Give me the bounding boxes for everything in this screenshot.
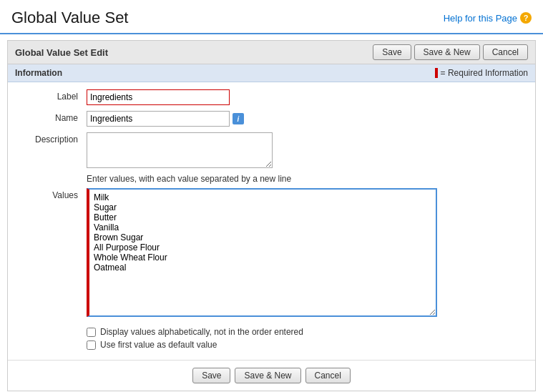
panel-body: Information = Required Information Label…: [8, 64, 535, 391]
main-panel: Global Value Set Edit Save Save & New Ca…: [7, 40, 536, 391]
info-band: Information = Required Information: [8, 64, 535, 82]
label-field-container: [87, 89, 230, 105]
name-field-container: i: [87, 111, 244, 127]
save-new-button-top[interactable]: Save & New: [414, 44, 480, 60]
save-button-top[interactable]: Save: [373, 44, 411, 60]
help-icon: ?: [520, 12, 532, 24]
cancel-button-top[interactable]: Cancel: [483, 44, 528, 60]
name-field-label: Name: [15, 111, 87, 123]
cancel-button-bottom[interactable]: Cancel: [305, 368, 351, 383]
alphabetical-row: Display values alphabetically, not in th…: [87, 327, 528, 337]
info-section-title: Information: [15, 68, 62, 78]
alphabetical-label[interactable]: Display values alphabetically, not in th…: [100, 327, 303, 337]
label-input[interactable]: [87, 89, 230, 105]
values-hint: Enter values, with each value separated …: [8, 174, 535, 184]
page-title: Global Value Set: [11, 9, 128, 27]
label-field-label: Label: [15, 89, 87, 102]
bottom-buttons: Save Save & New Cancel: [8, 360, 535, 391]
panel-title: Global Value Set Edit: [15, 47, 108, 58]
required-info-text: = Required Information: [441, 68, 528, 78]
alphabetical-checkbox[interactable]: [87, 328, 96, 337]
values-row: Values Milk Sugar Butter Vanilla Brown S…: [8, 188, 535, 323]
checkbox-section: Display values alphabetically, not in th…: [8, 323, 535, 357]
first-default-checkbox[interactable]: [87, 340, 96, 350]
required-info: = Required Information: [435, 68, 528, 78]
description-row: Description: [8, 132, 535, 168]
save-button-bottom[interactable]: Save: [192, 368, 230, 383]
name-info-button[interactable]: i: [233, 113, 244, 124]
label-row: Label: [8, 89, 535, 105]
values-textarea[interactable]: Milk Sugar Butter Vanilla Brown Sugar Al…: [87, 188, 437, 317]
description-label: Description: [15, 132, 87, 144]
page-header: Global Value Set Help for this Page ?: [0, 0, 543, 34]
description-input[interactable]: [87, 132, 273, 168]
required-bar: [435, 68, 438, 78]
panel-header: Global Value Set Edit Save Save & New Ca…: [8, 41, 535, 64]
first-default-label[interactable]: Use first value as default value: [100, 340, 217, 350]
header-buttons: Save Save & New Cancel: [373, 44, 528, 60]
save-new-button-bottom[interactable]: Save & New: [235, 368, 300, 383]
name-input[interactable]: [87, 111, 230, 127]
first-default-row: Use first value as default value: [87, 340, 528, 350]
help-link-text: Help for this Page: [444, 13, 517, 24]
values-label: Values: [15, 188, 87, 200]
name-row: Name i: [8, 111, 535, 127]
description-field-container: [87, 132, 273, 168]
help-link[interactable]: Help for this Page ?: [444, 12, 532, 24]
